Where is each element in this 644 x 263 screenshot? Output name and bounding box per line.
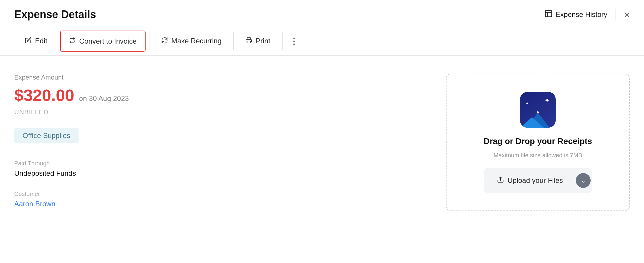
toolbar: Edit Convert to Invoice Make Recurring P… <box>0 27 644 56</box>
paid-through-value: Undeposited Funds <box>14 169 428 178</box>
svg-marker-6 <box>536 110 539 113</box>
expense-amount-label: Expense Amount <box>14 74 428 81</box>
toolbar-separator-3 <box>282 32 283 50</box>
upload-app-icon: ✦ ✦ <box>520 92 556 128</box>
upload-subtitle: Maximum file size allowed is 7MB <box>494 152 582 159</box>
paid-through-section: Paid Through Undeposited Funds <box>14 160 428 178</box>
toolbar-separator-1 <box>149 32 149 50</box>
customer-section: Customer Aaron Brown <box>14 191 428 208</box>
convert-to-invoice-button[interactable]: Convert to Invoice <box>60 31 145 52</box>
svg-rect-3 <box>247 41 251 43</box>
small-star-icon: ✦ <box>525 101 529 106</box>
upload-dropdown-button[interactable]: ⌄ <box>576 173 591 188</box>
recurring-icon <box>161 37 168 46</box>
chevron-down-icon: ⌄ <box>581 177 586 184</box>
amount-row: $320.00 on 30 Aug 2023 <box>14 85 428 105</box>
close-button[interactable]: × <box>624 10 630 19</box>
star-icon: ✦ <box>544 97 550 104</box>
expense-history-label: Expense History <box>556 10 608 19</box>
history-icon <box>544 9 553 20</box>
page-header: Expense Details Expense History × <box>0 0 644 27</box>
header-right: Expense History × <box>544 9 630 20</box>
left-panel: Expense Amount $320.00 on 30 Aug 2023 UN… <box>14 74 428 221</box>
page-title: Expense Details <box>14 8 96 21</box>
paid-through-label: Paid Through <box>14 160 428 167</box>
convert-label: Convert to Invoice <box>79 37 136 45</box>
more-icon: ⋮ <box>290 36 299 46</box>
customer-value[interactable]: Aaron Brown <box>14 200 428 208</box>
category-tag: Office Supplies <box>14 128 79 143</box>
upload-title: Drag or Drop your Receipts <box>484 137 592 146</box>
upload-files-button[interactable]: Upload your Files <box>485 169 575 191</box>
more-options-button[interactable]: ⋮ <box>284 28 305 54</box>
toolbar-separator-2 <box>233 32 234 50</box>
edit-icon <box>25 37 31 46</box>
edit-label: Edit <box>35 37 47 45</box>
expense-history-button[interactable]: Expense History <box>544 9 608 20</box>
print-button[interactable]: Print <box>235 28 281 55</box>
expense-status: UNBILLED <box>14 108 428 116</box>
print-icon <box>246 37 252 46</box>
edit-button[interactable]: Edit <box>14 28 58 55</box>
print-label: Print <box>256 37 270 45</box>
header-divider <box>616 9 616 20</box>
make-recurring-button[interactable]: Make Recurring <box>151 28 232 55</box>
convert-icon <box>69 37 76 46</box>
expense-amount-value: $320.00 <box>14 85 74 105</box>
upload-area[interactable]: ✦ ✦ Drag or Drop your Receipts Maximum f… <box>446 74 630 211</box>
svg-rect-0 <box>545 11 551 17</box>
recurring-label: Make Recurring <box>171 37 221 45</box>
customer-label: Customer <box>14 191 428 197</box>
upload-button-row: Upload your Files ⌄ <box>484 168 592 193</box>
upload-files-label: Upload your Files <box>508 176 563 185</box>
main-content: Expense Amount $320.00 on 30 Aug 2023 UN… <box>0 56 644 239</box>
expense-date: on 30 Aug 2023 <box>79 94 129 103</box>
upload-icon <box>497 176 504 185</box>
right-panel: ✦ ✦ Drag or Drop your Receipts Maximum f… <box>446 74 630 221</box>
